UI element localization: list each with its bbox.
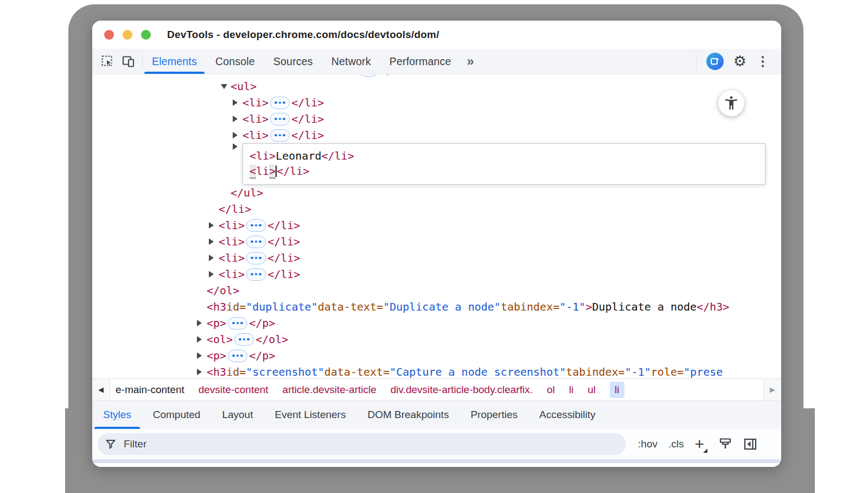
breadcrumb-item[interactable]: devsite-content (199, 384, 269, 396)
dom-tree-row[interactable]: <li></li> (92, 94, 781, 111)
dom-tree-row[interactable]: <ol></ol> (92, 331, 781, 347)
breadcrumb-bar: ◀ e-main-contentdevsite-contentarticle.d… (92, 378, 781, 400)
tab-layout[interactable]: Layout (211, 401, 264, 429)
filter-funnel-icon (105, 439, 116, 450)
tab-event-listeners[interactable]: Event Listeners (264, 401, 356, 429)
tab-computed[interactable]: Computed (142, 401, 212, 429)
dom-segment: </ol> (207, 282, 239, 299)
dom-tree-row[interactable]: <li></li> (92, 250, 781, 266)
tab-properties[interactable]: Properties (459, 401, 528, 429)
breadcrumb-item[interactable]: ol (547, 384, 555, 396)
tab-console[interactable]: Console (206, 49, 264, 74)
element-classes-button[interactable]: .cls (668, 438, 684, 450)
inspect-element-icon[interactable] (101, 55, 114, 68)
more-options-icon[interactable]: ⋮ (756, 55, 769, 68)
ellipsis-expand-button[interactable] (246, 252, 266, 264)
devtools-window: DevTools - developer.chrome.com/docs/dev… (92, 21, 781, 467)
dom-tree-row[interactable]: <li></li> (92, 266, 781, 282)
dom-segment: <h3 (207, 364, 226, 378)
tab-accessibility[interactable]: Accessibility (528, 401, 606, 429)
rendering-emulation-icon[interactable] (718, 437, 732, 451)
dom-tree-row[interactable]: <li></li> (92, 74, 781, 78)
dom-tree-row[interactable]: </ul> (92, 185, 781, 201)
dom-tree-row[interactable]: <li></li> (92, 233, 781, 250)
dom-tree-row[interactable]: <h3 id="screenshot" data-text="Capture a… (92, 364, 781, 378)
expand-arrow-icon[interactable] (233, 143, 242, 150)
breadcrumb-item[interactable]: li (569, 384, 573, 396)
breadcrumb-forward-icon[interactable]: ▶ (763, 379, 781, 400)
expand-arrow-icon[interactable] (209, 255, 219, 261)
more-tabs-icon[interactable]: » (461, 49, 481, 74)
breadcrumb-item[interactable]: div.devsite-article-body.clearfix. (391, 384, 533, 396)
dom-edit-box[interactable]: <li>Leonard</li><li></li> (242, 143, 765, 185)
dom-segment: > (269, 165, 276, 179)
toggle-element-state-button[interactable]: :hov (638, 438, 658, 450)
tab-dom-breakpoints[interactable]: DOM Breakpoints (356, 401, 459, 429)
ellipsis-expand-button[interactable] (359, 74, 378, 77)
zoom-window-button[interactable] (141, 30, 151, 40)
accessibility-fab[interactable] (718, 90, 744, 116)
tab-performance[interactable]: Performance (380, 49, 461, 74)
dom-tree: <li></li><ul><li></li><li></li><li></li>… (92, 74, 781, 378)
expand-arrow-icon[interactable] (209, 238, 219, 245)
breadcrumb-item[interactable]: article.devsite-article (283, 384, 376, 396)
dom-tree-row[interactable]: <li></li> (92, 111, 781, 127)
breadcrumb-item[interactable]: li (610, 382, 624, 398)
tab-network[interactable]: Network (322, 49, 380, 74)
dom-tree-row[interactable]: <p></p> (92, 315, 781, 331)
ellipsis-expand-button[interactable] (246, 219, 266, 232)
ellipsis-expand-button[interactable] (270, 97, 290, 109)
expand-arrow-icon[interactable] (233, 132, 242, 138)
show-sidebar-icon[interactable] (743, 437, 757, 451)
dom-segment: </li> (291, 111, 324, 127)
expand-arrow-icon[interactable] (197, 352, 207, 359)
expand-arrow-icon[interactable] (209, 271, 219, 277)
ai-assistance-icon[interactable] (706, 53, 724, 70)
collapse-arrow-icon[interactable] (221, 84, 231, 89)
expand-arrow-icon[interactable] (209, 222, 219, 229)
expand-arrow-icon[interactable] (197, 369, 207, 375)
new-style-rule-button[interactable]: + (694, 436, 707, 452)
dom-segment: <li> (219, 217, 245, 233)
ellipsis-expand-button[interactable] (234, 333, 254, 346)
ellipsis-expand-button[interactable] (246, 268, 266, 281)
dom-tree-row[interactable]: <p></p> (92, 347, 781, 364)
expand-arrow-icon[interactable] (233, 116, 242, 122)
dom-tree-row[interactable]: <li>Leonard</li><li></li> (92, 143, 781, 185)
ellipsis-expand-button[interactable] (270, 129, 290, 142)
expand-arrow-icon[interactable] (197, 336, 207, 343)
breadcrumb-item[interactable]: e-main-content (116, 384, 184, 396)
expand-arrow-icon[interactable] (233, 99, 242, 106)
dom-segment: "-1" (559, 299, 585, 315)
dom-segment: <ul> (231, 78, 257, 94)
tab-styles[interactable]: Styles (92, 401, 142, 429)
dom-tree-row[interactable]: <h3 id="duplicate" data-text="Duplicate … (92, 299, 781, 315)
style-filter[interactable] (98, 433, 626, 455)
dom-tree-row[interactable]: </ol> (92, 282, 781, 299)
ellipsis-expand-button[interactable] (246, 236, 266, 248)
panel-tab-strip: ElementsConsoleSourcesNetworkPerformance (143, 49, 461, 74)
dom-tree-row[interactable]: <li></li> (92, 127, 781, 143)
styles-toolbar: :hov .cls + (92, 429, 781, 459)
minimize-window-button[interactable] (123, 30, 132, 40)
expand-arrow-icon[interactable] (197, 320, 207, 326)
tab-elements[interactable]: Elements (143, 49, 206, 74)
filter-input[interactable] (123, 438, 618, 451)
tab-sources[interactable]: Sources (264, 49, 322, 74)
dom-segment: </li> (267, 250, 300, 266)
dom-segment: <p> (207, 315, 226, 331)
close-window-button[interactable] (104, 30, 114, 40)
breadcrumb-back-icon[interactable]: ◀ (92, 379, 110, 400)
device-toolbar-icon[interactable] (122, 55, 136, 68)
dom-segment: "screenshot" (246, 364, 324, 378)
dom-segment: </p> (249, 347, 275, 364)
ellipsis-expand-button[interactable] (228, 350, 247, 362)
breadcrumb-item[interactable]: ul (588, 384, 596, 396)
dom-tree-row[interactable]: <ul> (92, 78, 781, 94)
dom-tree-row[interactable]: <li></li> (92, 217, 781, 233)
ellipsis-expand-button[interactable] (228, 317, 247, 330)
dom-segment: "duplicate" (246, 299, 317, 315)
settings-icon[interactable]: ⚙ (733, 54, 746, 69)
ellipsis-expand-button[interactable] (270, 113, 290, 125)
dom-tree-row[interactable]: </li> (92, 201, 781, 217)
